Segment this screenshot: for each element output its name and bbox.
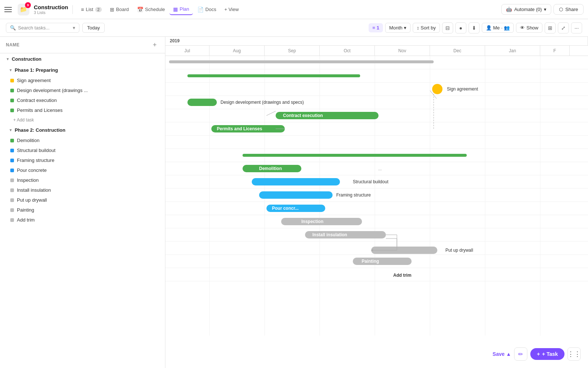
notification-button[interactable]: 📁 9 [18,4,29,15]
task-color-contract [10,99,14,102]
menu-icon[interactable] [4,4,15,15]
month-button[interactable]: Month ▾ [385,23,410,33]
filter-button[interactable]: ≡ 1 [369,23,383,32]
topbar-right: 🤖 Automate (0) ▾ ⬡ Share [501,4,584,15]
today-button[interactable]: Today [82,23,105,33]
task-pour[interactable]: Pour concrete [0,165,165,175]
month-chevron: ▾ [404,25,406,31]
task-framing[interactable]: Framing structure [0,155,165,165]
nav-docs-label: Docs [205,7,216,12]
task-color-pour [10,169,14,172]
task-name-design: Design development (drawings ... [17,88,88,93]
show-icon: 👁 [520,25,525,31]
phase1-toggle: ▼ [9,68,12,72]
year-cell: 2019 [165,37,588,45]
task-drywall[interactable]: Put up drywall [0,195,165,205]
construction-toggle: ▼ [6,57,10,61]
task-color-demolition [10,139,14,142]
phase1-header[interactable]: ▼ Phase 1: Preparing [0,65,165,75]
edit-button[interactable]: ✏ [514,347,527,361]
sign-agreement-milestone[interactable] [432,84,442,94]
download-button[interactable]: ⬇ [469,22,480,33]
task-name-permits: Permits and Licenses [17,107,62,113]
main-content: NAME + ▼ Construction ▼ Phase 1: Prepari… [0,37,588,368]
task-demolition[interactable]: Demolition [0,135,165,145]
construction-group-label: Construction [12,56,42,62]
more-button[interactable]: ··· [571,22,582,33]
search-box[interactable]: 🔍 Search tasks... ▾ [6,23,79,33]
inspection-bar-label: Inspection [301,219,323,224]
task-design-dev[interactable]: Design development (drawings ... [0,85,165,95]
nav-board[interactable]: ⊞ Board [106,4,133,15]
month-sep: Sep [265,46,320,56]
framing-bar[interactable] [259,191,333,199]
phase1-add-task[interactable]: + Add task [0,115,165,125]
phase1-label: Phase 1: Preparing [15,67,58,73]
nav-plan[interactable]: ▦ Plan [169,4,193,15]
phase2-phase-bar[interactable] [243,154,467,157]
me-icon: 👤 [486,25,492,31]
share-icon: ⬡ [559,7,563,12]
add-task-fab-button[interactable]: + + Task [530,348,564,360]
task-painting[interactable]: Painting [0,205,165,215]
pour-bar-label: Pour concr... [272,206,299,211]
nav-list-label: List [86,7,93,12]
drywall-bar-label: Put up drywall [445,248,473,253]
add-view-button[interactable]: + View [220,4,242,14]
task-insulation[interactable]: Install insulation [0,185,165,195]
sortby-button[interactable]: ↕ Sort by [413,23,440,33]
divider [72,5,73,14]
nav-schedule[interactable]: 📅 Schedule [133,4,169,15]
task-sign-agreement[interactable]: Sign agreement [0,75,165,85]
project-title: Construction [34,4,68,10]
month-oct: Oct [320,46,375,56]
dots-button[interactable]: ⋮⋮ [567,347,581,361]
demolition-bar-label: Demolition [259,166,282,171]
columns-button[interactable]: ⊟ [442,22,453,33]
month-nov: Nov [375,46,430,56]
automate-button[interactable]: 🤖 Automate (0) ▾ [501,4,551,15]
task-inspection[interactable]: Inspection [0,175,165,185]
task-permits[interactable]: Permits and Licenses [0,105,165,115]
gantt-year-row: 2019 [165,37,588,46]
add-column-button[interactable]: + [150,40,159,49]
nav-board-label: Board [116,7,129,12]
task-contract[interactable]: Contract execution [0,95,165,105]
gantt-panel[interactable]: 2019 Jul Aug Sep Oct Nov Dec Jan F [165,37,588,368]
task-structural[interactable]: Structural buildout [0,145,165,155]
color-button[interactable]: ● [455,22,466,33]
construction-group-header[interactable]: ▼ Construction [0,53,165,65]
task-name-drywall: Put up drywall [17,197,47,203]
task-name-demolition: Demolition [17,138,39,143]
phase1-phase-bar[interactable] [187,74,360,77]
share-button[interactable]: ⬡ Share [553,4,584,15]
task-color-sign [10,79,14,82]
task-color-insulation [10,188,14,192]
color-icon: ● [459,25,462,31]
nav-docs[interactable]: 📄 Docs [194,4,220,15]
task-name-inspection: Inspection [17,177,39,183]
task-addtrim[interactable]: Add trim [0,215,165,225]
expand-button[interactable]: ⤢ [558,22,569,33]
insulation-bar-label: Install insulation [312,232,347,237]
svg-line-27 [266,111,276,116]
structural-bar[interactable] [252,178,340,185]
columns-icon: ⊟ [445,25,450,31]
task-color-framing [10,159,14,162]
design-bar[interactable] [187,99,217,106]
month-label: Month [389,25,402,31]
collapse-button[interactable]: ⊞ [545,22,556,33]
me-button[interactable]: 👤 Me · 👥 [482,23,514,33]
save-label: Save [492,351,505,357]
framing-bar-label: Framing structure [336,192,371,198]
phase2-header[interactable]: ▼ Phase 2: Construction [0,125,165,135]
show-button[interactable]: 👁 Show [516,23,542,33]
nav-list[interactable]: ≡ List 2 [77,4,105,15]
save-button[interactable]: Save ▲ [492,351,511,357]
download-icon: ⬇ [472,25,476,31]
more-icon: ··· [574,25,579,31]
construction-phase-bar[interactable] [169,60,434,63]
add-task-fab-label: + Task [542,351,558,357]
me-separator: · [501,25,503,31]
project-sub: 3 Lists [34,10,68,15]
